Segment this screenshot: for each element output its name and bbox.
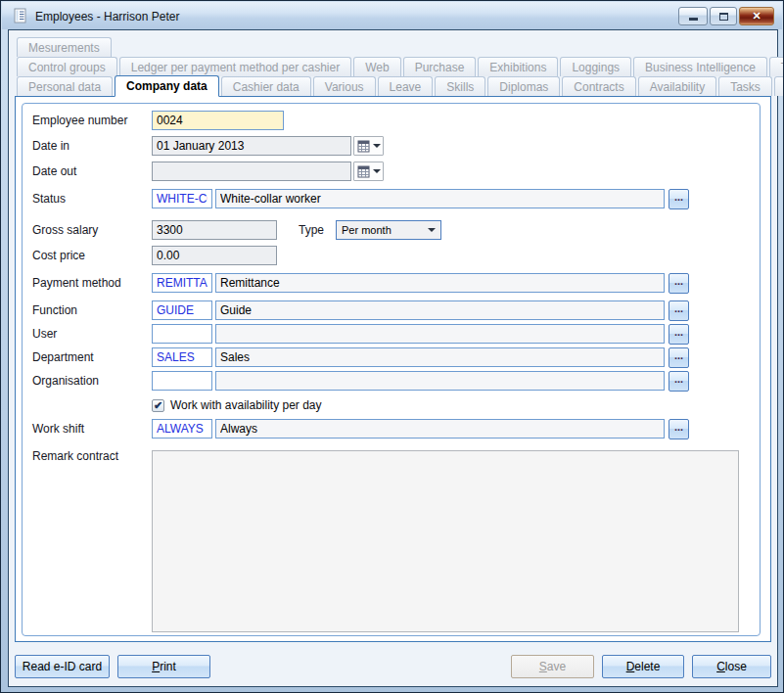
date-in-input[interactable] [152, 136, 351, 156]
organisation-lookup-button[interactable]: ... [669, 371, 689, 392]
salary-type-dropdown[interactable]: Per month [336, 220, 441, 240]
tab-cashier-data[interactable]: Cashier data [221, 76, 311, 96]
user-lookup-button[interactable]: ... [669, 324, 689, 345]
titlebar[interactable]: Employees - Harrison Peter ✕ [2, 2, 782, 29]
tab-row-top: Mesurements [17, 37, 112, 57]
delete-button[interactable]: Delete [602, 655, 684, 678]
company-data-tab-panel: Employee number Date in [15, 96, 771, 642]
date-in-calendar-button[interactable] [353, 136, 384, 156]
tab-various[interactable]: Various [313, 76, 376, 96]
minimize-button[interactable] [678, 7, 708, 25]
tab-purchase[interactable]: Purchase [403, 57, 477, 76]
work-shift-description-input[interactable] [215, 419, 665, 439]
user-description-input[interactable] [215, 324, 665, 344]
employee-number-label: Employee number [32, 111, 152, 127]
tab-loggings[interactable]: Loggings [560, 57, 631, 76]
organisation-code-input[interactable] [152, 371, 212, 391]
calendar-dropdown-arrow-icon [373, 169, 381, 173]
status-label: Status [32, 189, 152, 206]
work-shift-label: Work shift [32, 419, 152, 436]
form-document-icon [13, 8, 28, 23]
tab-skills[interactable]: Skills [435, 76, 485, 96]
cost-price-label: Cost price [32, 246, 152, 262]
dialog-client-area: Mesurements Control groupsLedger per pay… [8, 29, 778, 687]
date-out-calendar-button[interactable] [353, 162, 384, 181]
function-lookup-button[interactable]: ... [669, 300, 689, 321]
date-out-label: Date out [32, 162, 152, 178]
tab-web[interactable]: Web [353, 57, 400, 76]
tab-availability[interactable]: Availability [638, 76, 716, 96]
payment-method-lookup-button[interactable]: ... [669, 273, 689, 294]
user-label: User [32, 324, 152, 341]
payment-method-description-input[interactable] [215, 273, 665, 293]
salary-type-value: Per month [342, 224, 392, 236]
work-shift-code-input[interactable] [152, 419, 212, 439]
date-in-label: Date in [32, 136, 152, 153]
organisation-label: Organisation [32, 371, 152, 388]
minimize-icon [689, 18, 698, 21]
payment-method-label: Payment method [32, 273, 152, 290]
tab-row-bottom: Personal dataCompany dataCashier dataVar… [17, 76, 784, 97]
function-label: Function [32, 300, 152, 317]
employees-window: Employees - Harrison Peter ✕ Mesurements… [0, 0, 784, 693]
tab-diplomas[interactable]: Diplomas [487, 76, 560, 96]
function-description-input[interactable] [215, 300, 665, 320]
footer-button-bar: Read e-ID card Print Save Delete Close [15, 655, 771, 678]
availability-checkbox-label: Work with availability per day [170, 398, 322, 412]
tab-possible-worktypes[interactable]: Possible worktypes [774, 76, 784, 96]
department-label: Department [32, 347, 152, 364]
remark-contract-label: Remark contract [32, 446, 152, 463]
tab-tasks[interactable]: Tasks [718, 76, 772, 96]
window-title: Employees - Harrison Peter [35, 9, 179, 23]
department-lookup-button[interactable]: ... [669, 347, 689, 368]
employee-number-input[interactable] [152, 111, 284, 130]
tab-ledger-per-payment-method-per-cashier[interactable]: Ledger per payment method per cashier [119, 57, 351, 76]
availability-checkbox[interactable]: ✔ [152, 399, 164, 412]
remark-contract-textarea[interactable] [152, 450, 739, 632]
checkmark-icon: ✔ [154, 399, 162, 411]
date-out-input[interactable] [152, 162, 351, 181]
salary-type-label: Type [299, 220, 336, 237]
tab-leave[interactable]: Leave [378, 76, 434, 96]
tab-ticketing[interactable]: Ticketing [769, 57, 784, 76]
tab-business-intelligence[interactable]: Business Intelligence [633, 57, 767, 76]
tab-mesurements[interactable]: Mesurements [17, 37, 112, 57]
print-button[interactable]: Print [117, 655, 210, 678]
gross-salary-input[interactable] [152, 220, 277, 240]
close-button[interactable]: Close [692, 655, 771, 678]
function-code-input[interactable] [152, 300, 212, 320]
save-button: Save [511, 655, 594, 678]
company-data-groupbox: Employee number Date in [22, 103, 761, 636]
dropdown-arrow-icon [428, 228, 436, 232]
tab-personal-data[interactable]: Personal data [17, 76, 113, 96]
calendar-icon [357, 165, 370, 178]
tab-exhibitions[interactable]: Exhibitions [478, 57, 558, 76]
close-icon: ✕ [752, 8, 761, 24]
user-code-input[interactable] [152, 324, 212, 344]
status-code-input[interactable] [152, 189, 212, 208]
read-eid-card-button[interactable]: Read e-ID card [15, 655, 110, 678]
close-window-button[interactable]: ✕ [739, 7, 774, 25]
status-lookup-button[interactable]: ... [669, 189, 689, 209]
gross-salary-label: Gross salary [32, 220, 152, 237]
calendar-icon [357, 140, 370, 153]
tab-row-middle: Control groupsLedger per payment method … [17, 57, 784, 76]
tab-contracts[interactable]: Contracts [562, 76, 635, 96]
maximize-icon [719, 13, 728, 21]
department-code-input[interactable] [152, 347, 212, 367]
department-description-input[interactable] [215, 347, 665, 367]
work-shift-lookup-button[interactable]: ... [669, 419, 689, 439]
status-description-input[interactable] [215, 189, 665, 208]
maximize-button[interactable] [710, 7, 737, 25]
calendar-dropdown-arrow-icon [373, 144, 381, 148]
organisation-description-input[interactable] [215, 371, 665, 391]
cost-price-input[interactable] [152, 246, 277, 265]
tab-company-data[interactable]: Company data [115, 75, 219, 97]
tab-control-groups[interactable]: Control groups [17, 57, 117, 76]
payment-method-code-input[interactable] [152, 273, 212, 293]
